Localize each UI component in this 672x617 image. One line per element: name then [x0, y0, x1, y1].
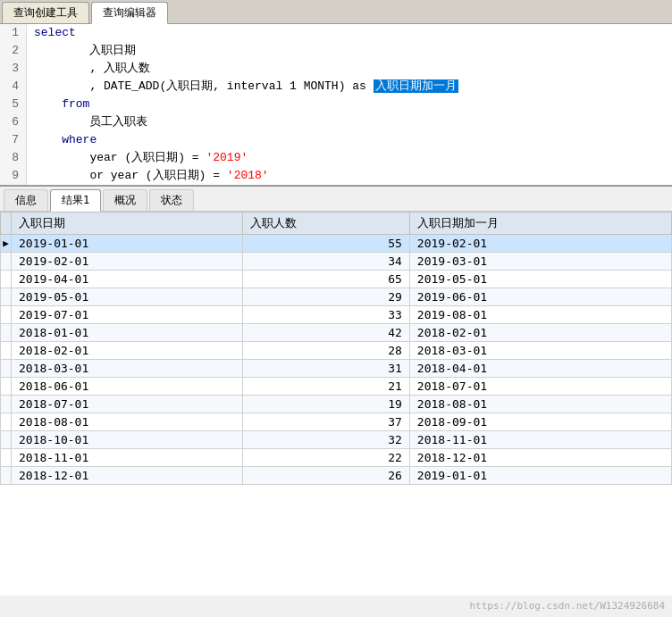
table-row[interactable]: 2019-05-01292019-06-01: [1, 288, 672, 306]
row-count: 22: [242, 449, 409, 467]
table-row[interactable]: 2018-06-01212018-07-01: [1, 378, 672, 396]
row-date: 2018-07-01: [12, 396, 243, 413]
row-date: 2018-02-01: [12, 342, 243, 360]
row-date-plus: 2018-02-01: [409, 324, 671, 342]
table-row[interactable]: 2018-08-01372018-09-01: [1, 413, 672, 431]
code-line-6: 6 员工入职表: [0, 113, 672, 131]
col-date-plus: 入职日期加一月: [409, 213, 671, 235]
row-date-plus: 2019-06-01: [409, 288, 671, 306]
table-row[interactable]: 2018-10-01322018-11-01: [1, 431, 672, 449]
table-header-row: 入职日期 入职人数 入职日期加一月: [1, 213, 672, 235]
line-number-1: 1: [0, 24, 27, 42]
line-content-9: or year (入职日期) = '2018': [27, 167, 672, 185]
row-date-plus: 2018-12-01: [409, 449, 671, 467]
tab-query-editor[interactable]: 查询编辑器: [91, 2, 168, 24]
watermark: https://blog.csdn.net/W1324926684: [469, 600, 665, 612]
table-row[interactable]: 2018-12-01262019-01-01: [1, 467, 672, 485]
col-date: 入职日期: [12, 213, 243, 235]
row-arrow: [1, 360, 12, 378]
row-arrow: [1, 413, 12, 431]
line-number-4: 4: [0, 78, 27, 96]
row-count: 55: [242, 235, 409, 253]
tab-overview[interactable]: 概况: [103, 189, 147, 211]
row-date-plus: 2018-08-01: [409, 396, 671, 413]
line-content-3: , 入职人数: [27, 60, 672, 78]
row-arrow: [1, 288, 12, 306]
row-count: 32: [242, 431, 409, 449]
row-date: 2019-01-01: [12, 235, 243, 253]
bottom-tab-bar: 信息 结果1 概况 状态: [0, 187, 672, 212]
table-row[interactable]: ▶2019-01-01552019-02-01: [1, 235, 672, 253]
line-content-2: 入职日期: [27, 42, 672, 60]
row-count: 42: [242, 324, 409, 342]
tab-status[interactable]: 状态: [149, 189, 194, 211]
row-count: 37: [242, 413, 409, 431]
line-number-6: 6: [0, 113, 27, 131]
col-count: 入职人数: [242, 213, 409, 235]
line-number-5: 5: [0, 96, 27, 113]
row-date: 2018-03-01: [12, 360, 243, 378]
row-date: 2019-07-01: [12, 306, 243, 324]
code-line-9: 9 or year (入职日期) = '2018': [0, 167, 672, 185]
row-arrow: [1, 306, 12, 324]
line-number-8: 8: [0, 149, 27, 167]
row-arrow: [1, 271, 12, 288]
line-number-7: 7: [0, 131, 27, 149]
tab-bar: 查询创建工具 查询编辑器: [0, 0, 672, 24]
row-count: 21: [242, 378, 409, 396]
row-arrow: [1, 449, 12, 467]
row-date-plus: 2019-05-01: [409, 271, 671, 288]
row-arrow: [1, 467, 12, 485]
row-arrow: [1, 378, 12, 396]
row-date: 2019-02-01: [12, 253, 243, 271]
code-line-2: 2 入职日期: [0, 42, 672, 60]
row-arrow: [1, 253, 12, 271]
row-count: 33: [242, 306, 409, 324]
row-date-plus: 2018-09-01: [409, 413, 671, 431]
table-row[interactable]: 2018-07-01192018-08-01: [1, 396, 672, 413]
code-lines: 1 select 2 入职日期 3 , 入职人数 4 , DATE_ADD(入职…: [0, 24, 672, 185]
row-arrow: [1, 431, 12, 449]
row-count: 26: [242, 467, 409, 485]
row-date: 2018-10-01: [12, 431, 243, 449]
row-date: 2018-12-01: [12, 467, 243, 485]
results-table: 入职日期 入职人数 入职日期加一月 ▶2019-01-01552019-02-0…: [0, 212, 672, 485]
table-row[interactable]: 2019-04-01652019-05-01: [1, 271, 672, 288]
sql-editor[interactable]: 1 select 2 入职日期 3 , 入职人数 4 , DATE_ADD(入职…: [0, 24, 672, 187]
table-row[interactable]: 2019-02-01342019-03-01: [1, 253, 672, 271]
highlight-alias: 入职日期加一月: [374, 79, 458, 93]
row-count: 34: [242, 253, 409, 271]
col-arrow: [1, 213, 12, 235]
line-content-6: 员工入职表: [27, 113, 672, 131]
row-date-plus: 2019-02-01: [409, 235, 671, 253]
table-row[interactable]: 2018-02-01282018-03-01: [1, 342, 672, 360]
code-line-8: 8 year (入职日期) = '2019': [0, 149, 672, 167]
row-date-plus: 2018-04-01: [409, 360, 671, 378]
row-date: 2018-11-01: [12, 449, 243, 467]
row-date-plus: 2018-07-01: [409, 378, 671, 396]
line-content-4: , DATE_ADD(入职日期, interval 1 MONTH) as 入职…: [27, 78, 672, 96]
results-container[interactable]: 入职日期 入职人数 入职日期加一月 ▶2019-01-01552019-02-0…: [0, 212, 672, 596]
line-number-3: 3: [0, 60, 27, 78]
tab-result1[interactable]: 结果1: [50, 189, 101, 212]
row-date-plus: 2018-11-01: [409, 431, 671, 449]
tab-info[interactable]: 信息: [4, 189, 48, 211]
row-date: 2019-04-01: [12, 271, 243, 288]
row-arrow: [1, 342, 12, 360]
table-row[interactable]: 2018-01-01422018-02-01: [1, 324, 672, 342]
table-row[interactable]: 2018-03-01312018-04-01: [1, 360, 672, 378]
row-count: 31: [242, 360, 409, 378]
row-date: 2018-08-01: [12, 413, 243, 431]
table-row[interactable]: 2019-07-01332019-08-01: [1, 306, 672, 324]
line-content-1: select: [27, 24, 672, 42]
line-number-2: 2: [0, 42, 27, 60]
line-content-7: where: [27, 131, 672, 149]
row-count: 29: [242, 288, 409, 306]
row-arrow: ▶: [1, 235, 12, 253]
row-arrow: [1, 324, 12, 342]
code-line-4: 4 , DATE_ADD(入职日期, interval 1 MONTH) as …: [0, 78, 672, 96]
table-row[interactable]: 2018-11-01222018-12-01: [1, 449, 672, 467]
line-content-5: from: [27, 96, 672, 113]
row-count: 28: [242, 342, 409, 360]
tab-query-builder[interactable]: 查询创建工具: [2, 2, 89, 23]
